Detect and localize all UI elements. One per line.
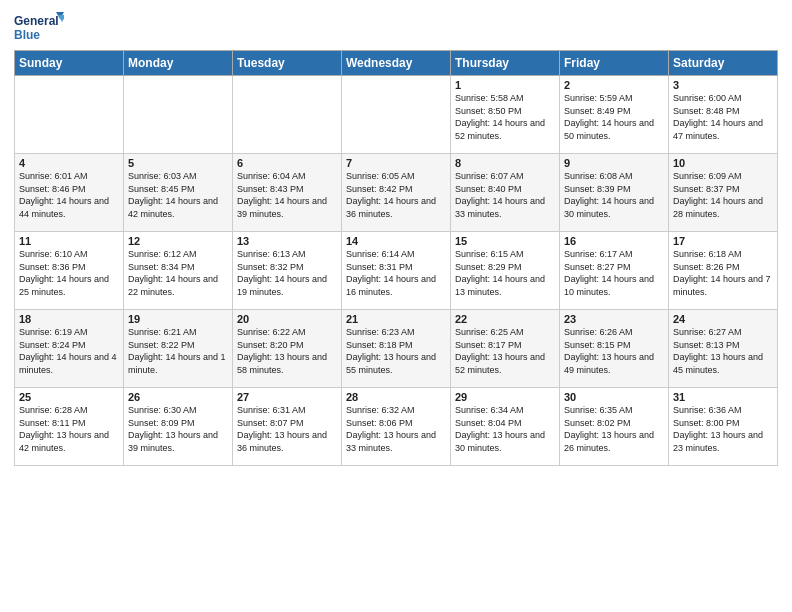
cell-content: Sunrise: 6:35 AMSunset: 8:02 PMDaylight:… [564,404,664,454]
day-number: 2 [564,79,664,91]
week-row-1: 1Sunrise: 5:58 AMSunset: 8:50 PMDaylight… [15,76,778,154]
cell-content: Sunrise: 6:07 AMSunset: 8:40 PMDaylight:… [455,170,555,220]
day-number: 22 [455,313,555,325]
calendar-cell: 15Sunrise: 6:15 AMSunset: 8:29 PMDayligh… [451,232,560,310]
header-row: General Blue [14,10,778,46]
header-wednesday: Wednesday [342,51,451,76]
day-number: 8 [455,157,555,169]
calendar-table: SundayMondayTuesdayWednesdayThursdayFrid… [14,50,778,466]
cell-content: Sunrise: 6:09 AMSunset: 8:37 PMDaylight:… [673,170,773,220]
day-number: 18 [19,313,119,325]
calendar-cell: 5Sunrise: 6:03 AMSunset: 8:45 PMDaylight… [124,154,233,232]
cell-content: Sunrise: 6:10 AMSunset: 8:36 PMDaylight:… [19,248,119,298]
cell-content: Sunrise: 6:14 AMSunset: 8:31 PMDaylight:… [346,248,446,298]
cell-content: Sunrise: 6:19 AMSunset: 8:24 PMDaylight:… [19,326,119,376]
header-tuesday: Tuesday [233,51,342,76]
cell-content: Sunrise: 6:01 AMSunset: 8:46 PMDaylight:… [19,170,119,220]
day-number: 1 [455,79,555,91]
cell-content: Sunrise: 6:28 AMSunset: 8:11 PMDaylight:… [19,404,119,454]
calendar-cell [233,76,342,154]
calendar-cell: 25Sunrise: 6:28 AMSunset: 8:11 PMDayligh… [15,388,124,466]
svg-text:Blue: Blue [14,28,40,42]
calendar-cell: 13Sunrise: 6:13 AMSunset: 8:32 PMDayligh… [233,232,342,310]
day-number: 15 [455,235,555,247]
calendar-cell: 9Sunrise: 6:08 AMSunset: 8:39 PMDaylight… [560,154,669,232]
week-row-3: 11Sunrise: 6:10 AMSunset: 8:36 PMDayligh… [15,232,778,310]
day-number: 14 [346,235,446,247]
calendar-cell: 18Sunrise: 6:19 AMSunset: 8:24 PMDayligh… [15,310,124,388]
day-number: 17 [673,235,773,247]
cell-content: Sunrise: 6:26 AMSunset: 8:15 PMDaylight:… [564,326,664,376]
cell-content: Sunrise: 6:00 AMSunset: 8:48 PMDaylight:… [673,92,773,142]
calendar-cell: 31Sunrise: 6:36 AMSunset: 8:00 PMDayligh… [669,388,778,466]
calendar-cell: 7Sunrise: 6:05 AMSunset: 8:42 PMDaylight… [342,154,451,232]
cell-content: Sunrise: 6:25 AMSunset: 8:17 PMDaylight:… [455,326,555,376]
day-number: 31 [673,391,773,403]
logo-svg: General Blue [14,10,64,46]
cell-content: Sunrise: 6:08 AMSunset: 8:39 PMDaylight:… [564,170,664,220]
header-friday: Friday [560,51,669,76]
cell-content: Sunrise: 6:21 AMSunset: 8:22 PMDaylight:… [128,326,228,376]
day-number: 25 [19,391,119,403]
calendar-cell: 2Sunrise: 5:59 AMSunset: 8:49 PMDaylight… [560,76,669,154]
header-thursday: Thursday [451,51,560,76]
day-number: 21 [346,313,446,325]
cell-content: Sunrise: 6:17 AMSunset: 8:27 PMDaylight:… [564,248,664,298]
cell-content: Sunrise: 6:18 AMSunset: 8:26 PMDaylight:… [673,248,773,298]
cell-content: Sunrise: 6:15 AMSunset: 8:29 PMDaylight:… [455,248,555,298]
cell-content: Sunrise: 6:22 AMSunset: 8:20 PMDaylight:… [237,326,337,376]
cell-content: Sunrise: 6:34 AMSunset: 8:04 PMDaylight:… [455,404,555,454]
calendar-cell: 21Sunrise: 6:23 AMSunset: 8:18 PMDayligh… [342,310,451,388]
calendar-cell: 26Sunrise: 6:30 AMSunset: 8:09 PMDayligh… [124,388,233,466]
calendar-cell: 23Sunrise: 6:26 AMSunset: 8:15 PMDayligh… [560,310,669,388]
day-number: 11 [19,235,119,247]
day-number: 9 [564,157,664,169]
day-number: 4 [19,157,119,169]
cell-content: Sunrise: 6:31 AMSunset: 8:07 PMDaylight:… [237,404,337,454]
calendar-cell: 11Sunrise: 6:10 AMSunset: 8:36 PMDayligh… [15,232,124,310]
cell-content: Sunrise: 6:04 AMSunset: 8:43 PMDaylight:… [237,170,337,220]
cell-content: Sunrise: 6:12 AMSunset: 8:34 PMDaylight:… [128,248,228,298]
day-number: 26 [128,391,228,403]
calendar-cell: 27Sunrise: 6:31 AMSunset: 8:07 PMDayligh… [233,388,342,466]
day-number: 23 [564,313,664,325]
calendar-cell: 20Sunrise: 6:22 AMSunset: 8:20 PMDayligh… [233,310,342,388]
calendar-cell: 1Sunrise: 5:58 AMSunset: 8:50 PMDaylight… [451,76,560,154]
logo: General Blue [14,10,64,46]
day-number: 28 [346,391,446,403]
svg-text:General: General [14,14,59,28]
calendar-cell [124,76,233,154]
cell-content: Sunrise: 5:58 AMSunset: 8:50 PMDaylight:… [455,92,555,142]
day-number: 6 [237,157,337,169]
day-number: 29 [455,391,555,403]
day-number: 16 [564,235,664,247]
day-number: 7 [346,157,446,169]
day-number: 30 [564,391,664,403]
week-row-4: 18Sunrise: 6:19 AMSunset: 8:24 PMDayligh… [15,310,778,388]
day-number: 10 [673,157,773,169]
calendar-cell: 28Sunrise: 6:32 AMSunset: 8:06 PMDayligh… [342,388,451,466]
cell-content: Sunrise: 6:27 AMSunset: 8:13 PMDaylight:… [673,326,773,376]
calendar-cell: 10Sunrise: 6:09 AMSunset: 8:37 PMDayligh… [669,154,778,232]
calendar-cell [15,76,124,154]
header-saturday: Saturday [669,51,778,76]
calendar-cell: 3Sunrise: 6:00 AMSunset: 8:48 PMDaylight… [669,76,778,154]
calendar-cell: 12Sunrise: 6:12 AMSunset: 8:34 PMDayligh… [124,232,233,310]
cell-content: Sunrise: 6:23 AMSunset: 8:18 PMDaylight:… [346,326,446,376]
calendar-cell: 24Sunrise: 6:27 AMSunset: 8:13 PMDayligh… [669,310,778,388]
calendar-cell: 29Sunrise: 6:34 AMSunset: 8:04 PMDayligh… [451,388,560,466]
cell-content: Sunrise: 6:05 AMSunset: 8:42 PMDaylight:… [346,170,446,220]
svg-marker-3 [58,15,64,22]
calendar-cell: 30Sunrise: 6:35 AMSunset: 8:02 PMDayligh… [560,388,669,466]
calendar-cell: 19Sunrise: 6:21 AMSunset: 8:22 PMDayligh… [124,310,233,388]
cell-content: Sunrise: 6:30 AMSunset: 8:09 PMDaylight:… [128,404,228,454]
cell-content: Sunrise: 6:32 AMSunset: 8:06 PMDaylight:… [346,404,446,454]
day-number: 19 [128,313,228,325]
cell-content: Sunrise: 5:59 AMSunset: 8:49 PMDaylight:… [564,92,664,142]
day-number: 12 [128,235,228,247]
calendar-cell: 14Sunrise: 6:14 AMSunset: 8:31 PMDayligh… [342,232,451,310]
day-number: 3 [673,79,773,91]
calendar-cell [342,76,451,154]
day-number: 27 [237,391,337,403]
header-sunday: Sunday [15,51,124,76]
